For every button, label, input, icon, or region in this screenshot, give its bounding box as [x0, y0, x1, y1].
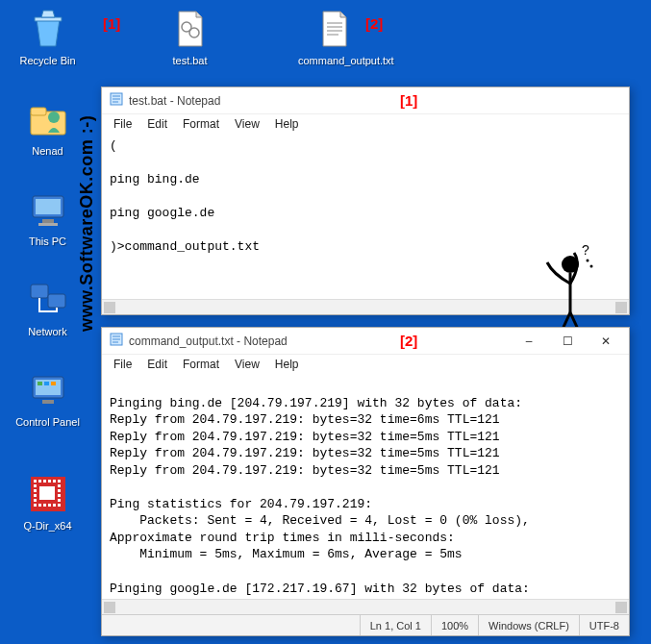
menubar: File Edit Format View Help: [102, 114, 629, 134]
svg-rect-29: [58, 499, 61, 502]
desktop-icon-label: Control Panel: [12, 416, 84, 429]
maximize-button[interactable]: ☐: [548, 330, 587, 353]
svg-rect-34: [53, 504, 56, 507]
svg-rect-26: [34, 494, 37, 497]
svg-rect-13: [51, 382, 56, 385]
svg-rect-5: [42, 219, 54, 223]
menubar: File Edit Format View Help: [102, 355, 629, 374]
svg-rect-16: [34, 480, 37, 483]
svg-rect-6: [38, 223, 58, 226]
window-title: command_output.txt - Notepad: [129, 334, 510, 348]
menu-view[interactable]: View: [227, 356, 267, 373]
titlebar[interactable]: command_output.txt - Notepad – ☐ ✕: [102, 328, 629, 355]
marker-2: [2]: [365, 15, 383, 32]
svg-rect-11: [38, 382, 42, 385]
svg-rect-20: [53, 480, 56, 483]
desktop-icon-user[interactable]: Nenad: [12, 96, 84, 158]
desktop-icon-label: test.bat: [154, 55, 226, 67]
qdir-icon: [25, 471, 71, 517]
desktop-icon-label: Recycle Bin: [12, 55, 84, 67]
svg-point-53: [590, 265, 593, 268]
status-position: Ln 1, Col 1: [360, 615, 431, 635]
desktop-icon-label: Network: [12, 326, 84, 338]
svg-rect-21: [58, 480, 61, 483]
svg-rect-25: [58, 489, 61, 492]
desktop-icon-network[interactable]: Network: [12, 277, 84, 338]
menu-view[interactable]: View: [227, 115, 267, 133]
desktop-icon-qdir[interactable]: Q-Dir_x64: [12, 471, 84, 533]
svg-rect-14: [42, 400, 54, 404]
status-encoding: UTF-8: [579, 615, 629, 635]
minimize-button[interactable]: –: [510, 330, 548, 353]
svg-point-2: [48, 111, 60, 123]
window-controls: – ☐ ✕: [510, 330, 625, 353]
svg-text:?: ?: [582, 245, 589, 258]
computer-icon: [25, 186, 71, 233]
desktop-icon-label: This PC: [12, 235, 84, 248]
menu-file[interactable]: File: [106, 356, 139, 373]
status-spacer: [102, 615, 360, 635]
svg-rect-17: [38, 480, 41, 483]
menu-help[interactable]: Help: [267, 115, 307, 133]
svg-rect-24: [34, 489, 37, 492]
menu-edit[interactable]: Edit: [139, 115, 175, 133]
svg-rect-12: [44, 382, 49, 385]
desktop-icon-command-output[interactable]: command_output.txt: [298, 6, 370, 67]
close-button[interactable]: ✕: [587, 330, 625, 353]
desktop-icon-this-pc[interactable]: This PC: [12, 186, 84, 248]
network-icon: [25, 277, 71, 323]
svg-rect-36: [39, 486, 55, 500]
desktop-icon-recycle-bin[interactable]: Recycle Bin: [12, 6, 84, 67]
svg-rect-30: [34, 504, 37, 507]
menu-edit[interactable]: Edit: [139, 356, 175, 373]
svg-rect-1: [31, 108, 46, 115]
txt-file-icon: [312, 6, 358, 52]
user-folder-icon: [25, 96, 71, 142]
svg-point-52: [587, 260, 589, 262]
menu-help[interactable]: Help: [267, 356, 307, 373]
notepad-icon: [110, 92, 123, 109]
notepad-window-2: command_output.txt - Notepad – ☐ ✕ [2] F…: [101, 327, 630, 636]
svg-rect-4: [36, 199, 61, 214]
notepad-icon: [110, 333, 123, 349]
status-eol: Windows (CRLF): [478, 615, 579, 635]
svg-rect-27: [58, 494, 61, 497]
desktop-icon-label: Q-Dir_x64: [12, 520, 84, 533]
svg-rect-32: [43, 504, 46, 507]
horizontal-scrollbar[interactable]: [102, 599, 629, 614]
desktop-icon-control-panel[interactable]: Control Panel: [12, 367, 84, 429]
svg-rect-8: [48, 294, 65, 308]
watermark-left: www.SoftwareOK.com :-): [77, 115, 97, 332]
desktop-icon-label: command_output.txt: [298, 55, 370, 67]
svg-rect-18: [43, 480, 46, 483]
svg-rect-7: [31, 285, 48, 298]
editor-content[interactable]: Pinging bing.de [204.79.197.219] with 32…: [102, 374, 629, 599]
control-panel-icon: [25, 367, 71, 413]
marker-win1: [1]: [400, 92, 417, 109]
desktop-icon-test-bat[interactable]: test.bat: [154, 6, 226, 67]
svg-rect-35: [58, 504, 61, 507]
menu-format[interactable]: Format: [175, 356, 227, 373]
window-title: test.bat - Notepad: [129, 94, 625, 108]
svg-rect-23: [58, 484, 61, 487]
status-zoom: 100%: [431, 615, 478, 635]
bat-file-icon: [167, 6, 213, 52]
marker-win2: [2]: [400, 333, 417, 349]
svg-rect-22: [34, 484, 37, 487]
recycle-bin-icon: [25, 6, 71, 52]
menu-file[interactable]: File: [106, 115, 139, 133]
svg-rect-31: [38, 504, 41, 507]
svg-rect-28: [34, 499, 37, 502]
marker-1: [1]: [103, 15, 120, 32]
svg-rect-19: [48, 480, 51, 483]
menu-format[interactable]: Format: [175, 115, 227, 133]
statusbar: Ln 1, Col 1 100% Windows (CRLF) UTF-8: [102, 614, 629, 635]
svg-rect-33: [48, 504, 51, 507]
desktop-icon-label: Nenad: [12, 145, 84, 158]
titlebar[interactable]: test.bat - Notepad: [102, 87, 629, 114]
